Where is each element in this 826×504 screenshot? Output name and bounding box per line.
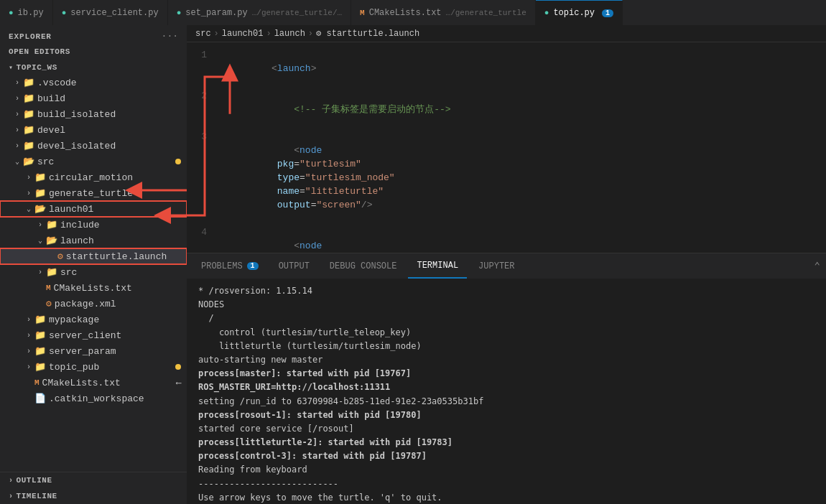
modified-badge <box>175 159 181 164</box>
terminal-line: control (turtlesim/turtle_teleop_key) <box>198 326 815 340</box>
folder-label: .vscode <box>37 78 187 88</box>
chevron-right-icon: › <box>23 316 34 324</box>
tab-set-param-py[interactable]: ● set_param.py …/generate_turtle/… <box>168 0 351 25</box>
sidebar-item-generate-turtle[interactable]: › 📁 generate_turtle <box>0 185 187 201</box>
folder-open-icon: 📂 <box>34 203 46 215</box>
folder-label: server_param <box>49 346 187 357</box>
sidebar-item-cmakelists-root[interactable]: › M CMakeLists.txt ⟵ <box>0 375 187 391</box>
sidebar-item-topic-pub[interactable]: › 📁 topic_pub <box>0 359 187 375</box>
sidebar-item-devel[interactable]: › 📁 devel <box>0 122 187 138</box>
sidebar-item-startturtle-launch[interactable]: › ⚙ startturtle.launch <box>0 248 187 264</box>
tab-output[interactable]: OUTPUT <box>270 253 318 279</box>
chevron-right-icon: › <box>23 363 34 371</box>
tab-topic-py[interactable]: ● topic.py 1 <box>536 0 623 25</box>
folder-icon: 📁 <box>34 330 46 341</box>
folder-label: generate_turtle <box>49 188 187 199</box>
sidebar-item-server-param[interactable]: › 📁 server_param <box>0 343 187 359</box>
terminal-line: Use arrow keys to move the turtle. 'q' t… <box>198 491 815 504</box>
tab-terminal[interactable]: TERMINAL <box>408 253 467 279</box>
chevron-down-icon: ⌄ <box>23 205 34 213</box>
folder-label: topic_pub <box>49 362 175 373</box>
open-editors-section: OPEN EDITORS <box>0 45 187 59</box>
chevron-down-icon: ⌄ <box>11 157 23 166</box>
file-label: .catkin_workspace <box>49 393 187 404</box>
sidebar-item-launch01[interactable]: ⌄ 📂 launch01 <box>0 201 187 217</box>
panel-maximize-button[interactable]: ⌃ <box>815 260 820 272</box>
file-label: startturtle.launch <box>66 251 187 262</box>
tab-cmakelists[interactable]: M CMakeLists.txt …/generate_turtle <box>351 0 536 25</box>
sidebar-item-cmakelists-launch01[interactable]: › M CMakeLists.txt <box>0 280 187 296</box>
file-label: package.xml <box>55 299 187 309</box>
chevron-right-icon: › <box>34 221 46 229</box>
folder-icon: 📁 <box>23 124 34 136</box>
terminal-line: started core service [/rosout] <box>198 422 815 436</box>
m-icon: M <box>360 9 365 17</box>
tab-badge: 1 <box>602 9 613 17</box>
chevron-right-icon: › <box>9 477 14 485</box>
timeline-section[interactable]: › TIMELINE <box>0 488 187 504</box>
outline-section[interactable]: › OUTLINE <box>0 472 187 488</box>
editor-area: src › launch01 › launch › ⚙ startturtle.… <box>187 25 826 504</box>
terminal-line: * /rosversion: 1.15.14 <box>198 284 815 298</box>
m-file-icon: M <box>46 284 51 292</box>
chevron-right-icon: › <box>11 142 23 150</box>
chevron-right-icon: › <box>9 493 14 500</box>
code-editor[interactable]: 1 <launch> 2 <!-- 子集标签是需要启动的节点--> 3 <nod… <box>187 42 826 253</box>
folder-label: include <box>60 220 187 230</box>
terminal-line: NODES <box>198 298 815 312</box>
tab-debug-console[interactable]: DEBUG CONSOLE <box>321 253 406 279</box>
sidebar: EXPLORER ··· OPEN EDITORS ▾ TOPIC_WS › 📁… <box>0 25 187 504</box>
modified-badge <box>175 364 181 370</box>
folder-icon: 📁 <box>34 172 46 183</box>
git-badge: ⟵ <box>176 378 181 388</box>
topic-ws-section: ▾ TOPIC_WS <box>0 60 187 75</box>
tab-jupyter[interactable]: JUPYTER <box>470 253 523 279</box>
folder-open-icon: 📂 <box>23 156 34 167</box>
sidebar-item-src[interactable]: ⌄ 📂 src <box>0 154 187 169</box>
folder-icon: 📁 <box>46 266 57 278</box>
terminal-content[interactable]: * /rosversion: 1.15.14 NODES / control (… <box>187 279 826 504</box>
folder-label: build_isolated <box>37 109 187 120</box>
folder-label: build <box>37 93 187 104</box>
sidebar-menu-icon[interactable]: ··· <box>162 31 178 42</box>
terminal-line: process[rosout-1]: started with pid [197… <box>198 409 815 422</box>
terminal-line: setting /run_id to 63709984-b285-11ed-91… <box>198 395 815 409</box>
code-line-3: 3 <node pkg="turtlesim" type="turtlesim_… <box>187 130 826 225</box>
sidebar-item-build[interactable]: › 📁 build <box>0 90 187 106</box>
terminal-line: / <box>198 312 815 325</box>
sidebar-item-build-isolated[interactable]: › 📁 build_isolated <box>0 106 187 122</box>
tab-ib-py[interactable]: ● ib.py <box>0 0 53 25</box>
chevron-right-icon: › <box>11 79 23 87</box>
sidebar-item-include[interactable]: › 📁 include <box>0 217 187 233</box>
file-label: CMakeLists.txt <box>54 283 187 294</box>
tab-problems[interactable]: PROBLEMS 1 <box>192 253 267 279</box>
problems-badge: 1 <box>247 262 259 270</box>
chevron-down-icon: ⌄ <box>34 236 46 245</box>
terminal-line: --------------------------- <box>198 477 815 491</box>
sidebar-bottom: › OUTLINE › TIMELINE <box>0 472 187 504</box>
file-label: CMakeLists.txt <box>42 378 177 388</box>
code-line-2: 2 <!-- 子集标签是需要启动的节点--> <box>187 89 826 130</box>
sidebar-item-server-client[interactable]: › 📁 server_client <box>0 327 187 343</box>
folder-icon: 📁 <box>46 219 57 230</box>
folder-icon: 📁 <box>23 140 34 151</box>
chevron-right-icon: › <box>11 111 23 118</box>
sidebar-item-package-xml[interactable]: › ⚙ package.xml <box>0 296 187 312</box>
terminal-line: process[littleturtle-2]: started with pi… <box>198 436 815 449</box>
breadcrumb-current: ⚙ startturtle.launch <box>316 28 419 39</box>
tab-path: …/generate_turtle <box>446 9 526 17</box>
folder-open-icon: 📂 <box>46 235 57 246</box>
tab-service-client-py[interactable]: ● service_client.py <box>53 0 168 25</box>
sidebar-item-circular-motion[interactable]: › 📁 circular_motion <box>0 169 187 185</box>
sidebar-item-catkin-workspace[interactable]: › 📄 .catkin_workspace <box>0 391 187 406</box>
sidebar-item-launch-folder[interactable]: ⌄ 📂 launch <box>0 233 187 248</box>
chevron-right-icon: › <box>23 174 34 182</box>
chevron-right-icon: › <box>23 332 34 340</box>
code-line-4: 4 <node pkg="turtlesim" type="turtle_tel… <box>187 225 826 253</box>
sidebar-item-mypackage[interactable]: › 📁 mypackage <box>0 312 187 327</box>
folder-label: devel <box>37 125 187 136</box>
sidebar-item-src-sub[interactable]: › 📁 src <box>0 264 187 280</box>
folder-icon: 📁 <box>23 93 34 104</box>
sidebar-item-vscode[interactable]: › 📁 .vscode <box>0 75 187 90</box>
sidebar-item-devel-isolated[interactable]: › 📁 devel_isolated <box>0 138 187 154</box>
